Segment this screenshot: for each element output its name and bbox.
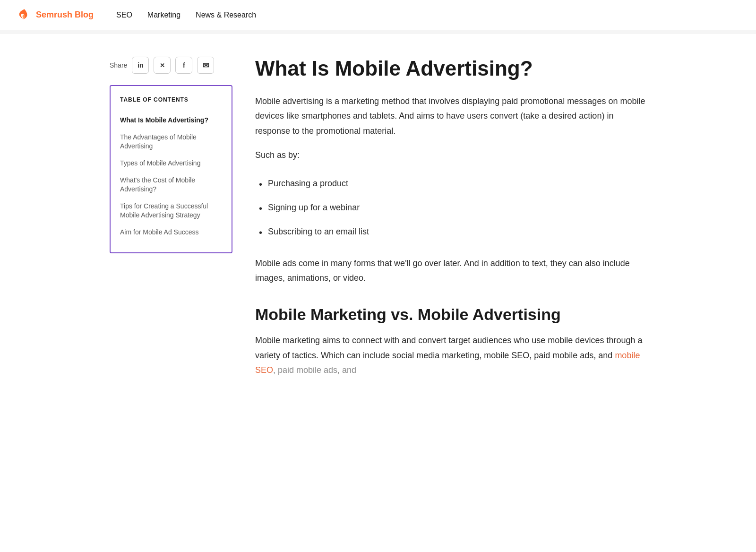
toc-title: TABLE OF CONTENTS bbox=[120, 95, 222, 104]
logo-text: Semrush Blog bbox=[36, 8, 94, 22]
bullet-item-2: Signing up for a webinar bbox=[259, 197, 646, 221]
linkedin-share-button[interactable]: in bbox=[132, 57, 149, 74]
toc-link-5[interactable]: Tips for Creating a Successful Mobile Ad… bbox=[120, 202, 222, 220]
main-nav: SEO Marketing News & Research bbox=[116, 9, 256, 21]
toc-list: What Is Mobile Advertising? The Advantag… bbox=[120, 112, 222, 241]
section2-heading: Mobile Marketing vs. Mobile Advertising bbox=[255, 305, 646, 324]
article-body: Mobile advertising is a marketing method… bbox=[255, 94, 646, 378]
page-wrapper: Share in ✕ f ✉ TABLE OF CONTENTS What Is… bbox=[94, 34, 662, 418]
bullet-item-3: Subscribing to an email list bbox=[259, 221, 646, 245]
such-as-by: Such as by: bbox=[255, 148, 646, 163]
section2-paragraph: Mobile marketing aims to connect with an… bbox=[255, 333, 646, 378]
nav-seo[interactable]: SEO bbox=[116, 9, 132, 21]
share-label: Share bbox=[110, 60, 127, 70]
header-divider bbox=[0, 30, 756, 34]
table-of-contents: TABLE OF CONTENTS What Is Mobile Adverti… bbox=[110, 85, 232, 253]
site-header: Semrush Blog SEO Marketing News & Resear… bbox=[0, 0, 756, 30]
main-content: What Is Mobile Advertising? Mobile adver… bbox=[255, 57, 646, 388]
toc-link-4[interactable]: What's the Cost of Mobile Advertising? bbox=[120, 176, 222, 194]
facebook-share-button[interactable]: f bbox=[175, 57, 192, 74]
logo-icon bbox=[15, 7, 32, 24]
logo-link[interactable]: Semrush Blog bbox=[15, 7, 94, 24]
share-row: Share in ✕ f ✉ bbox=[110, 57, 232, 74]
twitter-share-button[interactable]: ✕ bbox=[154, 57, 171, 74]
toc-item-1[interactable]: What Is Mobile Advertising? bbox=[120, 112, 222, 129]
email-share-button[interactable]: ✉ bbox=[197, 57, 214, 74]
toc-item-2[interactable]: The Advantages of Mobile Advertising bbox=[120, 129, 222, 155]
intro-paragraph-1: Mobile advertising is a marketing method… bbox=[255, 94, 646, 139]
paragraph-3: Mobile ads come in many forms that we'll… bbox=[255, 256, 646, 286]
nav-news-research[interactable]: News & Research bbox=[196, 9, 256, 21]
nav-marketing[interactable]: Marketing bbox=[147, 9, 180, 21]
toc-link-2[interactable]: The Advantages of Mobile Advertising bbox=[120, 133, 222, 151]
toc-item-3[interactable]: Types of Mobile Advertising bbox=[120, 155, 222, 172]
toc-link-6[interactable]: Aim for Mobile Ad Success bbox=[120, 228, 222, 237]
toc-item-5[interactable]: Tips for Creating a Successful Mobile Ad… bbox=[120, 198, 222, 224]
bullet-list: Purchasing a product Signing up for a we… bbox=[259, 172, 646, 245]
article-title: What Is Mobile Advertising? bbox=[255, 57, 646, 81]
sidebar: Share in ✕ f ✉ TABLE OF CONTENTS What Is… bbox=[110, 57, 232, 388]
bullet-item-1: Purchasing a product bbox=[259, 172, 646, 197]
toc-item-6[interactable]: Aim for Mobile Ad Success bbox=[120, 224, 222, 241]
faded-continuation: , paid mobile ads, and bbox=[273, 365, 356, 375]
toc-link-3[interactable]: Types of Mobile Advertising bbox=[120, 159, 222, 168]
toc-link-1[interactable]: What Is Mobile Advertising? bbox=[120, 116, 222, 125]
toc-item-4[interactable]: What's the Cost of Mobile Advertising? bbox=[120, 172, 222, 198]
